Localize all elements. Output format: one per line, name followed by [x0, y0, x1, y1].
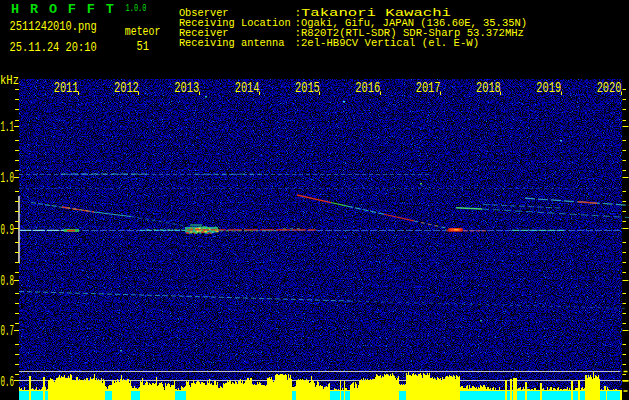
- svg-text:51: 51: [137, 39, 149, 55]
- svg-text:2012: 2012: [114, 80, 139, 96]
- svg-text:2017: 2017: [416, 80, 441, 96]
- svg-text:2013: 2013: [174, 80, 199, 96]
- svg-text:0.7: 0.7: [1, 324, 14, 340]
- svg-text:0.6: 0.6: [1, 374, 14, 390]
- svg-text:2018: 2018: [476, 80, 501, 96]
- svg-text:2014: 2014: [235, 80, 260, 96]
- svg-text:0.9: 0.9: [1, 222, 14, 238]
- svg-text:2016: 2016: [355, 80, 380, 96]
- svg-text:2511242010.png: 2511242010.png: [10, 19, 97, 35]
- svg-text:2020: 2020: [597, 80, 622, 96]
- svg-text:1.0.0: 1.0.0: [126, 3, 147, 15]
- svg-text:Receiving antenna: Receiving antenna: [179, 37, 285, 49]
- svg-text:H R O F F T: H R O F F T: [11, 2, 114, 17]
- svg-text:2019: 2019: [536, 80, 561, 96]
- svg-text:2el-HB9CV Vertical (el. E-W): 2el-HB9CV Vertical (el. E-W): [301, 37, 479, 49]
- svg-text:0.8: 0.8: [1, 273, 14, 289]
- svg-text:2011: 2011: [54, 80, 79, 96]
- svg-text:1.0: 1.0: [1, 171, 14, 187]
- svg-text:meteor: meteor: [125, 24, 161, 40]
- svg-text::: :: [295, 37, 301, 49]
- svg-text:25.11.24 20:10: 25.11.24 20:10: [10, 39, 97, 55]
- svg-text:1.1: 1.1: [1, 119, 14, 135]
- svg-text:kHz: kHz: [0, 73, 19, 89]
- svg-text:2015: 2015: [295, 80, 320, 96]
